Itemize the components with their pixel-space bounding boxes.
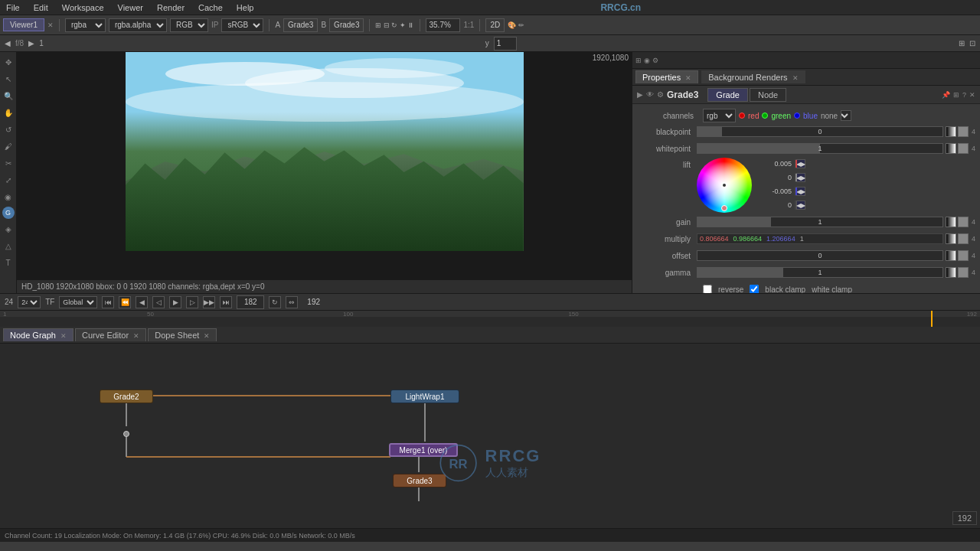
tl-prev-btn[interactable]: ⏪ xyxy=(119,296,131,308)
channels-extra-select[interactable]: ▼ xyxy=(841,110,851,121)
dope-sheet-tab-close[interactable]: ✕ xyxy=(204,332,210,340)
sidebar-pan-icon[interactable]: ✋ xyxy=(2,106,15,119)
viewer-tab[interactable]: Viewer1 xyxy=(3,18,44,31)
channels-select[interactable]: rgbrgba xyxy=(703,109,736,122)
gain-slider[interactable]: 1 xyxy=(697,217,943,227)
tl-play-btn[interactable]: ▶ xyxy=(169,296,181,308)
node-grade2[interactable]: Grade2 xyxy=(100,390,153,403)
menu-item-render[interactable]: Render xyxy=(154,3,188,12)
grade-help-icon[interactable]: ? xyxy=(962,91,966,99)
lift-b-slider[interactable] xyxy=(795,187,796,196)
prev-icon[interactable]: ◀ xyxy=(5,39,11,47)
tl-fwd-btn[interactable]: ▷ xyxy=(186,296,198,308)
lift-r-slider[interactable] xyxy=(795,159,796,168)
tl-bounce-btn[interactable]: ⇔ xyxy=(286,296,298,308)
offset-swatch-grey[interactable] xyxy=(958,250,969,261)
sidebar-rotate-icon[interactable]: ↺ xyxy=(2,122,15,136)
frame-input[interactable] xyxy=(237,295,264,309)
tab-curve-editor[interactable]: Curve Editor ✕ xyxy=(75,328,146,341)
wp-swatch-grey[interactable] xyxy=(958,143,969,154)
sidebar-transform-icon[interactable]: ⤢ xyxy=(2,173,15,187)
sidebar-settings-icon[interactable]: G xyxy=(2,207,15,219)
tl-loop-btn[interactable]: ↻ xyxy=(269,296,281,308)
lift-a-arrow[interactable]: ◀▶ xyxy=(796,201,805,210)
node-graph-canvas[interactable]: Grade2 LightWrap1 Merge1 (over) Grade3 R… xyxy=(0,344,980,528)
tl-end-btn[interactable]: ⏭ xyxy=(220,296,232,308)
tl-back-btn[interactable]: ◁ xyxy=(152,296,165,308)
sidebar-zoom-icon[interactable]: 🔍 xyxy=(2,89,15,103)
grade3-a-btn[interactable]: Grade3 xyxy=(283,18,318,32)
curve-editor-tab-close[interactable]: ✕ xyxy=(133,332,139,340)
grade-tab-grade[interactable]: Grade xyxy=(707,88,748,102)
colorspace-select[interactable]: RGB xyxy=(170,18,208,32)
sidebar-shape-icon[interactable]: △ xyxy=(2,239,15,253)
gain-swatch-bw[interactable] xyxy=(946,217,956,227)
blackpoint-swatch-bw[interactable] xyxy=(946,126,956,137)
sidebar-crop-icon[interactable]: ✂ xyxy=(2,156,15,170)
sidebar-mask-icon[interactable]: ◈ xyxy=(2,222,15,236)
grid-icon[interactable]: ⊞ xyxy=(959,39,965,47)
grade-tab-node[interactable]: Node xyxy=(750,88,786,102)
tab-node-graph[interactable]: Node Graph ✕ xyxy=(3,328,74,341)
node-lightwrap1[interactable]: LightWrap1 xyxy=(390,390,459,403)
panel-icon-3[interactable]: ⚙ xyxy=(652,57,658,64)
grade-settings-icon[interactable]: ⚙ xyxy=(657,90,664,99)
sidebar-cursor-icon[interactable]: ↖ xyxy=(2,72,15,86)
grade-vis-icon[interactable]: 👁 xyxy=(646,90,654,99)
gamma-slider[interactable]: 1 xyxy=(697,267,943,278)
node-grade3[interactable]: Grade3 xyxy=(393,474,446,487)
multiply-swatch-bw[interactable] xyxy=(946,233,956,244)
menu-item-viewer[interactable]: Viewer xyxy=(115,3,146,12)
green-label[interactable]: green xyxy=(771,112,791,120)
multiply-multivalue[interactable]: 0.806664 0.986664 1.206664 1 xyxy=(697,233,943,244)
wp-num4[interactable]: 4 xyxy=(970,145,977,152)
gamma-swatch-bw[interactable] xyxy=(946,267,956,278)
panel-icon-2[interactable]: ◉ xyxy=(644,57,650,64)
tab-background-renders[interactable]: Background Renders ✕ xyxy=(701,70,805,83)
display-select[interactable]: sRGB xyxy=(221,18,263,32)
node-graph-tab-close[interactable]: ✕ xyxy=(60,332,67,340)
blackpoint-slider[interactable]: 0 xyxy=(697,126,943,137)
red-label[interactable]: red xyxy=(748,112,759,120)
multiply-num4[interactable]: 4 xyxy=(970,235,977,243)
tl-step-fwd-btn[interactable]: ▶▶ xyxy=(203,296,215,308)
lift-g-arrow[interactable]: ◀▶ xyxy=(796,173,805,182)
tab-properties[interactable]: Properties ✕ xyxy=(635,70,698,83)
grade-pin-icon[interactable]: 📌 xyxy=(942,91,950,99)
offset-slider[interactable]: 0 xyxy=(697,250,943,261)
grade-close-icon[interactable]: ✕ xyxy=(969,91,975,99)
next-icon[interactable]: ▶ xyxy=(28,39,34,47)
sidebar-text-icon[interactable]: T xyxy=(2,256,15,269)
zoom-input[interactable] xyxy=(426,18,460,32)
wp-swatch-bw[interactable] xyxy=(946,143,956,154)
bg-renders-tab-close[interactable]: ✕ xyxy=(792,74,799,82)
menu-item-file[interactable]: File xyxy=(3,3,23,12)
y-value-input[interactable] xyxy=(494,37,517,51)
gain-swatch-grey[interactable] xyxy=(958,217,969,227)
offset-swatch-bw[interactable] xyxy=(946,250,956,261)
lift-a-slider[interactable] xyxy=(795,201,796,210)
reverse-checkbox[interactable] xyxy=(703,285,712,293)
timeline-ruler[interactable]: 1 50 100 150 192 xyxy=(0,311,980,327)
sidebar-move-icon[interactable]: ✥ xyxy=(2,55,15,69)
fps-select[interactable]: 24 xyxy=(18,296,41,308)
gamma-swatch-grey[interactable] xyxy=(958,267,969,278)
grade-toggle-icon[interactable]: ▶ xyxy=(637,90,643,99)
view-mode-btn[interactable]: 2D xyxy=(485,18,505,32)
blackpoint-swatch-grey[interactable] xyxy=(958,126,969,137)
menu-item-help[interactable]: Help xyxy=(234,3,257,12)
panel-icon-1[interactable]: ⊞ xyxy=(635,57,642,64)
alpha-select[interactable]: rgba.alpha xyxy=(109,18,167,32)
lift-color-wheel[interactable] xyxy=(697,158,752,213)
menu-item-edit[interactable]: Edit xyxy=(31,3,51,12)
lift-g-slider[interactable] xyxy=(795,173,796,182)
properties-tab-close[interactable]: ✕ xyxy=(685,74,691,82)
blackpoint-num4[interactable]: 4 xyxy=(970,128,977,135)
gain-num4[interactable]: 4 xyxy=(970,218,977,226)
fit-icon[interactable]: ⊡ xyxy=(969,39,975,47)
blue-label[interactable]: blue xyxy=(803,112,818,120)
lift-r-arrow[interactable]: ◀▶ xyxy=(796,159,805,168)
tl-scope-select[interactable]: Global xyxy=(59,296,97,308)
grade-copy-icon[interactable]: ⊞ xyxy=(953,91,959,99)
menu-item-workspace[interactable]: Workspace xyxy=(59,3,107,12)
